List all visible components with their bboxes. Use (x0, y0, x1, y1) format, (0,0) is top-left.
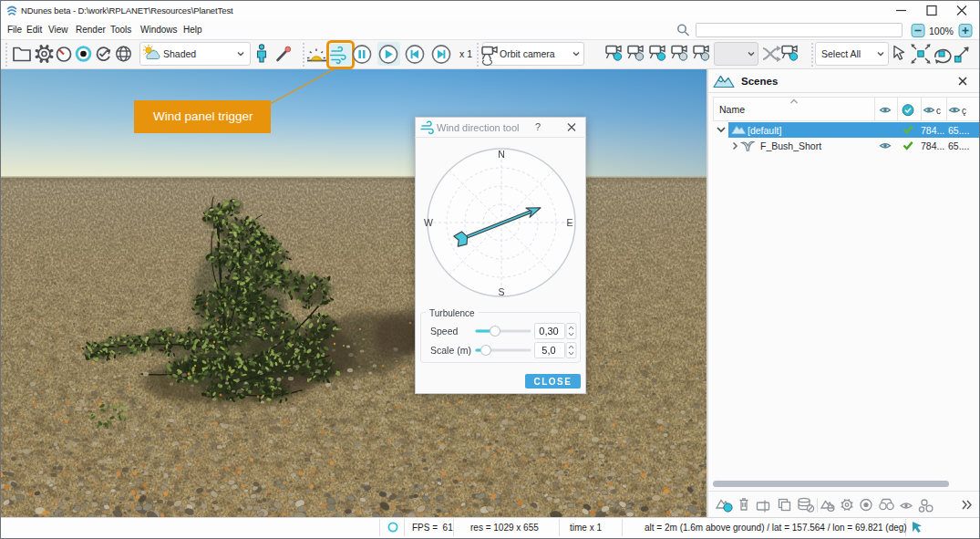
svg-text:5,0: 5,0 (542, 345, 555, 356)
svg-text:N: N (498, 149, 505, 160)
svg-text:CLOSE: CLOSE (534, 377, 573, 387)
svg-text:Scale (m): Scale (m) (430, 345, 471, 356)
svg-text:Turbulence: Turbulence (429, 308, 475, 318)
svg-text:Speed: Speed (430, 326, 459, 337)
svg-text:S: S (498, 286, 504, 297)
svg-text:E: E (566, 217, 573, 228)
svg-text:W: W (424, 217, 433, 228)
svg-text:0,30: 0,30 (539, 326, 558, 337)
